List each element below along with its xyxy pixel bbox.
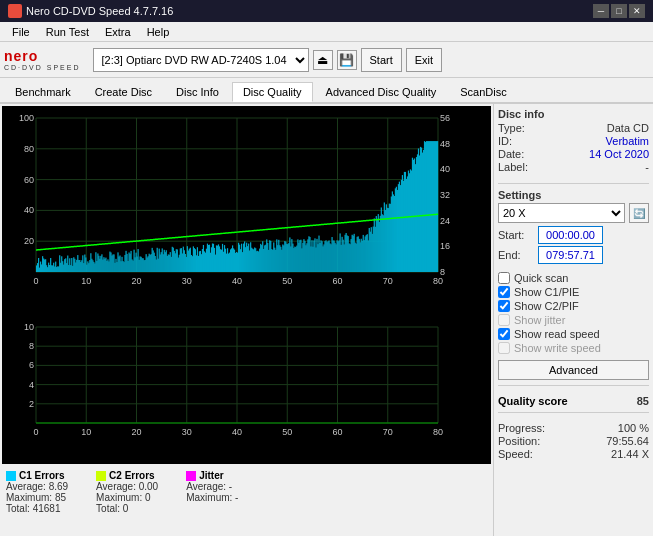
menu-bar: File Run Test Extra Help — [0, 22, 653, 42]
position-value: 79:55.64 — [606, 435, 649, 447]
tab-bar: Benchmark Create Disc Disc Info Disc Qua… — [0, 78, 653, 104]
menu-extra[interactable]: Extra — [97, 24, 139, 40]
c2-color-box — [96, 471, 106, 481]
start-label: Start: — [498, 229, 538, 241]
tab-benchmark[interactable]: Benchmark — [4, 82, 82, 102]
show-c2-label: Show C2/PIF — [514, 300, 579, 312]
info-panel: Disc info Type: Data CD ID: Verbatim Dat… — [493, 104, 653, 536]
app-logo: nero CD·DVD SPEED — [4, 48, 81, 71]
speed-select[interactable]: 20 X 4 X 8 X 16 X 40 X 48 X MAX — [498, 203, 625, 223]
date-label: Date: — [498, 148, 524, 160]
legend-area: C1 Errors Average: 8.69 Maximum: 85 Tota… — [2, 464, 491, 534]
show-write-speed-label: Show write speed — [514, 342, 601, 354]
position-label: Position: — [498, 435, 540, 447]
show-c1-label: Show C1/PIE — [514, 286, 579, 298]
tab-disc-info[interactable]: Disc Info — [165, 82, 230, 102]
logo-nero: nero — [4, 48, 81, 64]
jitter-color-box — [186, 471, 196, 481]
show-c2-checkbox[interactable] — [498, 300, 510, 312]
toolbar: nero CD·DVD SPEED [2:3] Optiarc DVD RW A… — [0, 42, 653, 78]
menu-file[interactable]: File — [4, 24, 38, 40]
quick-scan-checkbox[interactable] — [498, 272, 510, 284]
disc-info-title: Disc info — [498, 108, 649, 120]
disc-info-section: Disc info Type: Data CD ID: Verbatim Dat… — [498, 108, 649, 174]
c1-color-box — [6, 471, 16, 481]
show-jitter-checkbox[interactable] — [498, 314, 510, 326]
maximize-button[interactable]: □ — [611, 4, 627, 18]
tab-advanced-disc-quality[interactable]: Advanced Disc Quality — [315, 82, 448, 102]
show-write-speed-checkbox[interactable] — [498, 342, 510, 354]
progress-section: Progress: 100 % Position: 79:55.64 Speed… — [498, 422, 649, 461]
legend-c1: C1 Errors Average: 8.69 Maximum: 85 Tota… — [6, 470, 68, 514]
menu-run-test[interactable]: Run Test — [38, 24, 97, 40]
minimize-button[interactable]: ─ — [593, 4, 609, 18]
show-c1-checkbox[interactable] — [498, 286, 510, 298]
label-value: - — [645, 161, 649, 173]
end-label: End: — [498, 249, 538, 261]
id-value: Verbatim — [606, 135, 649, 147]
label-label: Label: — [498, 161, 528, 173]
type-label: Type: — [498, 122, 525, 134]
start-button[interactable]: Start — [361, 48, 402, 72]
top-chart — [6, 110, 487, 319]
show-read-speed-label: Show read speed — [514, 328, 600, 340]
eject-button[interactable]: ⏏ — [313, 50, 333, 70]
end-time-input[interactable] — [538, 246, 603, 264]
tab-scandisc[interactable]: ScanDisc — [449, 82, 517, 102]
settings-section: Settings 20 X 4 X 8 X 16 X 40 X 48 X MAX… — [498, 189, 649, 266]
quality-score-row: Quality score 85 — [498, 395, 649, 407]
main-content: C1 Errors Average: 8.69 Maximum: 85 Tota… — [0, 104, 653, 536]
drive-select[interactable]: [2:3] Optiarc DVD RW AD-7240S 1.04 — [93, 48, 309, 72]
divider-1 — [498, 183, 649, 184]
menu-help[interactable]: Help — [139, 24, 178, 40]
settings-title: Settings — [498, 189, 649, 201]
show-read-speed-checkbox[interactable] — [498, 328, 510, 340]
legend-jitter: Jitter Average: - Maximum: - — [186, 470, 238, 514]
speed-label: Speed: — [498, 448, 533, 460]
quick-scan-label: Quick scan — [514, 272, 568, 284]
save-button[interactable]: 💾 — [337, 50, 357, 70]
divider-3 — [498, 412, 649, 413]
logo-sub: CD·DVD SPEED — [4, 64, 81, 71]
tab-disc-quality[interactable]: Disc Quality — [232, 82, 313, 102]
show-jitter-label: Show jitter — [514, 314, 565, 326]
progress-label: Progress: — [498, 422, 545, 434]
title-bar: Nero CD-DVD Speed 4.7.7.16 ─ □ ✕ — [0, 0, 653, 22]
exit-button[interactable]: Exit — [406, 48, 442, 72]
tab-create-disc[interactable]: Create Disc — [84, 82, 163, 102]
legend-c2: C2 Errors Average: 0.00 Maximum: 0 Total… — [96, 470, 158, 514]
progress-value: 100 % — [618, 422, 649, 434]
bottom-chart — [6, 321, 487, 460]
settings-icon-button[interactable]: 🔄 — [629, 203, 649, 223]
date-value: 14 Oct 2020 — [589, 148, 649, 160]
advanced-button[interactable]: Advanced — [498, 360, 649, 380]
start-time-input[interactable] — [538, 226, 603, 244]
quality-score-value: 85 — [637, 395, 649, 407]
close-button[interactable]: ✕ — [629, 4, 645, 18]
divider-2 — [498, 385, 649, 386]
type-value: Data CD — [607, 122, 649, 134]
quality-score-label: Quality score — [498, 395, 568, 407]
speed-value: 21.44 X — [611, 448, 649, 460]
id-label: ID: — [498, 135, 512, 147]
app-icon — [8, 4, 22, 18]
checkboxes-section: Quick scan Show C1/PIE Show C2/PIF Show … — [498, 272, 649, 356]
app-title: Nero CD-DVD Speed 4.7.7.16 — [26, 5, 173, 17]
